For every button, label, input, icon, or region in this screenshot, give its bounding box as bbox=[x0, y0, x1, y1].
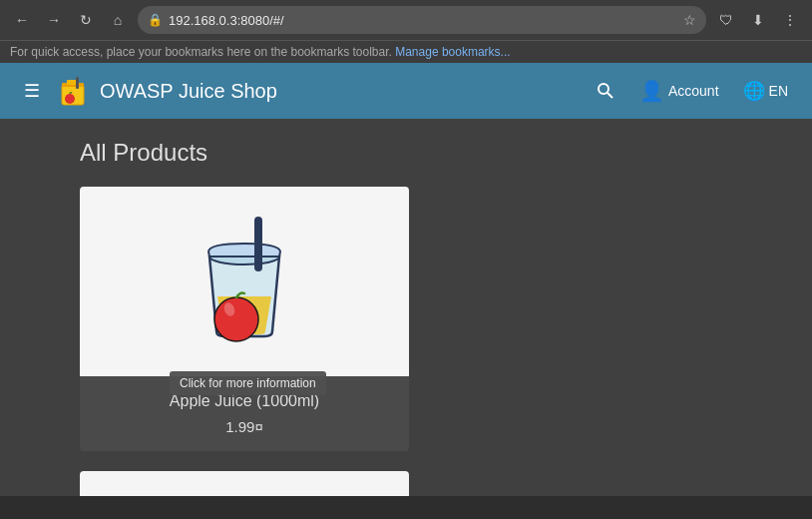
home-button[interactable]: ⌂ bbox=[104, 6, 132, 34]
account-button[interactable]: 👤 Account bbox=[631, 73, 727, 109]
product-image-apple-pomace bbox=[80, 471, 409, 496]
lang-label: EN bbox=[769, 83, 788, 99]
svg-point-9 bbox=[214, 297, 258, 341]
product-card-apple-juice[interactable]: Click for more information Apple Juice (… bbox=[80, 187, 409, 451]
product-image-apple-juice bbox=[80, 187, 409, 376]
refresh-button[interactable]: ↻ bbox=[72, 6, 100, 34]
browser-actions: 🛡 ⬇ ⋮ bbox=[712, 6, 804, 34]
account-icon: 👤 bbox=[639, 79, 664, 103]
products-grid: Click for more information Apple Juice (… bbox=[80, 187, 732, 496]
address-text: 192.168.0.3:8080/#/ bbox=[169, 13, 677, 28]
manage-bookmarks-link[interactable]: Manage bookmarks... bbox=[395, 45, 510, 59]
bookmarks-bar: For quick access, place your bookmarks h… bbox=[0, 40, 812, 63]
search-button[interactable] bbox=[588, 73, 623, 109]
nav-buttons: ← → ↻ ⌂ bbox=[8, 6, 132, 34]
menu-button[interactable]: ⋮ bbox=[776, 6, 804, 34]
product-price-apple-juice: 1.99¤ bbox=[96, 418, 393, 435]
product-info-apple-juice: Apple Juice (1000ml) 1.99¤ bbox=[80, 376, 409, 451]
page-title: All Products bbox=[80, 139, 732, 167]
app-header: ☰ OWASP Juice Shop 👤 Account 🌐 bbox=[0, 63, 812, 119]
search-icon bbox=[596, 81, 615, 101]
browser-chrome: ← → ↻ ⌂ 🔒 192.168.0.3:8080/#/ ☆ 🛡 ⬇ ⋮ Fo… bbox=[0, 0, 812, 63]
star-icon[interactable]: ☆ bbox=[683, 12, 696, 28]
shield-button[interactable]: 🛡 bbox=[712, 6, 740, 34]
browser-toolbar: ← → ↻ ⌂ 🔒 192.168.0.3:8080/#/ ☆ 🛡 ⬇ ⋮ bbox=[0, 0, 812, 40]
lock-icon: 🔒 bbox=[148, 13, 163, 27]
product-card-apple-pomace[interactable]: Apple Pomace 0.89¤ bbox=[80, 471, 409, 496]
logo-icon bbox=[56, 73, 92, 109]
apple-pomace-image bbox=[165, 486, 324, 496]
svg-line-6 bbox=[608, 93, 612, 98]
apple-juice-image bbox=[165, 202, 324, 361]
globe-icon: 🌐 bbox=[743, 80, 765, 102]
language-button[interactable]: 🌐 EN bbox=[735, 74, 796, 108]
svg-rect-8 bbox=[254, 217, 262, 271]
header-actions: 👤 Account 🌐 EN bbox=[588, 73, 796, 109]
back-button[interactable]: ← bbox=[8, 6, 36, 34]
bookmarks-text: For quick access, place your bookmarks h… bbox=[10, 45, 392, 59]
main-content: All Products bbox=[0, 119, 812, 496]
hamburger-button[interactable]: ☰ bbox=[16, 72, 48, 110]
forward-button[interactable]: → bbox=[40, 6, 68, 34]
download-button[interactable]: ⬇ bbox=[744, 6, 772, 34]
account-label: Account bbox=[668, 83, 719, 99]
address-bar[interactable]: 🔒 192.168.0.3:8080/#/ ☆ bbox=[138, 6, 706, 34]
svg-rect-3 bbox=[76, 77, 79, 89]
product-name-apple-juice: Apple Juice (1000ml) bbox=[96, 392, 393, 410]
app-title: OWASP Juice Shop bbox=[100, 80, 277, 103]
svg-point-5 bbox=[599, 84, 609, 94]
app-logo: OWASP Juice Shop bbox=[56, 73, 277, 109]
svg-point-4 bbox=[65, 94, 75, 104]
